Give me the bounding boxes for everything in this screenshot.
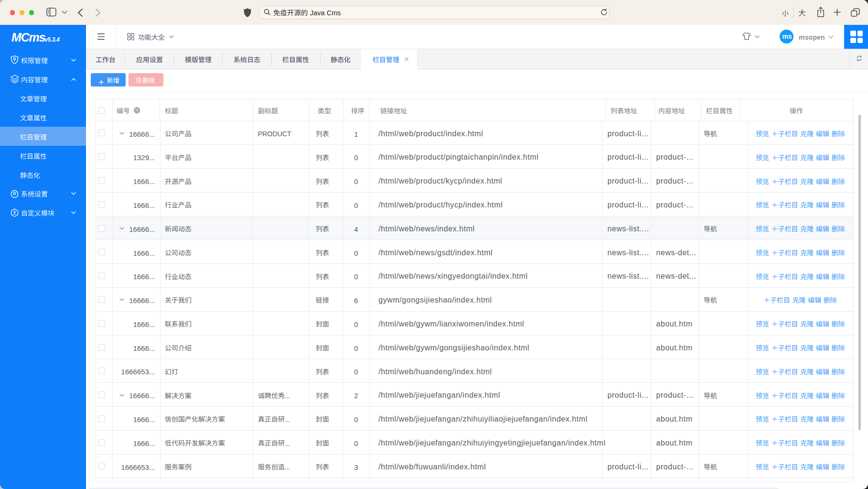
svg-text:?: ? (136, 108, 138, 113)
